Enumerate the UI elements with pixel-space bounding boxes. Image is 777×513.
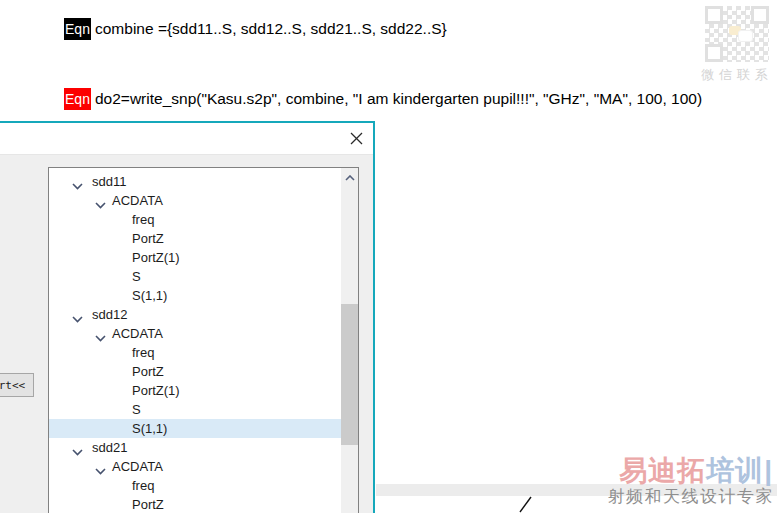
variable-browser-dialog: rt<< sdd11ACDATAfreqPortZPortZ(1)SS(1,1)… bbox=[0, 121, 375, 513]
brand-slogan: 射频和天线设计专家 bbox=[608, 485, 775, 508]
variable-tree[interactable]: sdd11ACDATAfreqPortZPortZ(1)SS(1,1)sdd12… bbox=[48, 167, 359, 513]
tree-row[interactable]: freq bbox=[49, 210, 341, 229]
tree-item-label: S(1,1) bbox=[132, 419, 167, 438]
tree-row[interactable]: sdd12 bbox=[49, 305, 341, 324]
eqn-badge: Eqn bbox=[64, 88, 91, 110]
tree-item-label: freq bbox=[132, 476, 154, 495]
equation-combine[interactable]: Eqn combine ={sdd11..S, sdd12..S, sdd21.… bbox=[64, 17, 447, 41]
tree-item-label: PortZ bbox=[132, 362, 164, 381]
qr-caption: 微信联系 bbox=[701, 66, 773, 84]
tree-row[interactable]: sdd21 bbox=[49, 438, 341, 457]
tree-row-list: sdd11ACDATAfreqPortZPortZ(1)SS(1,1)sdd12… bbox=[49, 172, 341, 513]
equation-text: do2=write_snp("Kasu.s2p", combine, "I am… bbox=[95, 90, 702, 108]
qr-finder-icon bbox=[705, 44, 723, 62]
tree-item-label: ACDATA bbox=[112, 457, 163, 476]
tree-row[interactable]: sdd11 bbox=[49, 172, 341, 191]
chevron-down-icon[interactable] bbox=[72, 442, 84, 452]
tree-item-label: ACDATA bbox=[112, 191, 163, 210]
tree-row[interactable]: freq bbox=[49, 476, 341, 495]
tree-row[interactable]: S(1,1) bbox=[49, 286, 341, 305]
tree-row[interactable]: PortZ(1) bbox=[49, 248, 341, 267]
tree-item-label: S(1,1) bbox=[132, 286, 167, 305]
tree-item-label: PortZ(1) bbox=[132, 248, 180, 267]
chevron-down-icon[interactable] bbox=[72, 176, 84, 186]
tree-item-label: freq bbox=[132, 343, 154, 362]
tree-row[interactable]: PortZ bbox=[49, 495, 341, 513]
wechat-bubble-icon bbox=[738, 30, 753, 42]
tree-item-label: freq bbox=[132, 210, 154, 229]
qr-code-icon bbox=[705, 6, 769, 62]
schematic-line bbox=[517, 495, 535, 513]
scroll-up-button[interactable] bbox=[341, 171, 358, 185]
tree-row[interactable]: PortZ(1) bbox=[49, 381, 341, 400]
brand-logo-bar: | bbox=[764, 455, 773, 486]
tree-row[interactable]: ACDATA bbox=[49, 191, 341, 210]
tree-item-label: PortZ bbox=[132, 229, 164, 248]
qr-finder-icon bbox=[705, 6, 723, 24]
chevron-up-icon bbox=[345, 175, 355, 181]
chevron-down-icon[interactable] bbox=[95, 195, 107, 205]
equation-text: combine ={sdd11..S, sdd12..S, sdd21..S, … bbox=[95, 20, 447, 38]
tree-item-label: sdd11 bbox=[92, 172, 126, 191]
tree-item-label: sdd21 bbox=[92, 438, 127, 457]
tree-item-label: sdd12 bbox=[92, 305, 127, 324]
qr-watermark: 微信联系 bbox=[701, 6, 773, 84]
tree-row[interactable]: S bbox=[49, 267, 341, 286]
tree-item-label: ACDATA bbox=[112, 324, 163, 343]
qr-finder-icon bbox=[751, 6, 769, 24]
chevron-down-icon[interactable] bbox=[95, 461, 107, 471]
close-button[interactable] bbox=[348, 130, 365, 147]
insert-button-partial[interactable]: rt<< bbox=[0, 373, 34, 397]
brand-logo-part2: 培训 bbox=[706, 455, 764, 486]
tree-row[interactable]: S(1,1) bbox=[49, 419, 341, 438]
tree-row[interactable]: ACDATA bbox=[49, 457, 341, 476]
tree-row[interactable]: freq bbox=[49, 343, 341, 362]
tree-scrollbar[interactable] bbox=[341, 168, 358, 513]
dialog-titlebar[interactable] bbox=[0, 123, 373, 155]
tree-row[interactable]: S bbox=[49, 400, 341, 419]
scrollbar-thumb[interactable] bbox=[341, 304, 358, 445]
chevron-down-icon[interactable] bbox=[72, 309, 84, 319]
chevron-down-icon[interactable] bbox=[95, 328, 107, 338]
eqn-badge: Eqn bbox=[64, 18, 91, 40]
tree-item-label: S bbox=[132, 267, 141, 286]
tree-item-label: S bbox=[132, 400, 141, 419]
close-icon bbox=[350, 132, 363, 145]
tree-row[interactable]: PortZ bbox=[49, 229, 341, 248]
tree-row[interactable]: PortZ bbox=[49, 362, 341, 381]
tree-row[interactable]: ACDATA bbox=[49, 324, 341, 343]
brand-logo-part1: 易迪拓 bbox=[619, 455, 706, 486]
equation-write-snp[interactable]: Eqn do2=write_snp("Kasu.s2p", combine, "… bbox=[64, 87, 702, 111]
tree-item-label: PortZ(1) bbox=[132, 381, 180, 400]
tree-item-label: PortZ bbox=[132, 495, 164, 513]
